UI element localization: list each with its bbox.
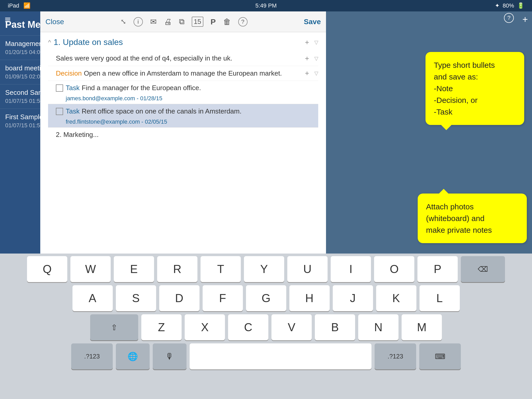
topic-actions: + ▽ <box>305 38 318 46</box>
key-s[interactable]: S <box>116 285 156 311</box>
bluetooth-icon: ✦ <box>495 2 500 9</box>
key-u[interactable]: U <box>287 256 328 282</box>
wifi-icon: 📶 <box>23 2 30 9</box>
status-time: 5:49 PM <box>255 2 277 9</box>
decision-label: Decision <box>56 69 82 77</box>
help-icon[interactable]: ? <box>504 13 514 23</box>
note-collapse-icon[interactable]: ▽ <box>314 55 318 62</box>
calendar-icon[interactable]: 15 <box>192 17 203 27</box>
tooltip-bullets: Type short bulletsand save as:-Note-Deci… <box>425 52 524 125</box>
key-y[interactable]: Y <box>244 256 284 282</box>
marketing-row: 2. Marketing... <box>48 128 318 140</box>
mail-icon[interactable]: ✉ <box>150 17 157 26</box>
toolbar-icons: ⤡ i ✉ 🖨 ⧉ 15 P 🗑 ? <box>73 17 295 27</box>
note-row-1: Sales were very good at the end of q4, e… <box>48 51 318 66</box>
task-assignee-2: fred.flintstone@example.com - 02/05/15 <box>48 117 318 127</box>
key-m[interactable]: M <box>402 314 442 340</box>
key-w[interactable]: W <box>70 256 111 282</box>
key-num2[interactable]: .?123 <box>375 343 416 369</box>
close-button[interactable]: Close <box>45 18 64 26</box>
key-mic[interactable]: 🎙 <box>153 343 187 369</box>
save-button[interactable]: Save <box>304 18 321 26</box>
key-i[interactable]: I <box>331 256 371 282</box>
key-p[interactable]: P <box>417 256 458 282</box>
chevron-icon: ^ <box>48 39 51 46</box>
topic-row: ^ 1. Update on sales + ▽ <box>48 37 318 47</box>
key-h[interactable]: H <box>289 285 330 311</box>
key-keyboard[interactable]: ⌨ <box>419 343 461 369</box>
keyboard-bottom-row: .?123 🌐 🎙 .?123 ⌨ <box>0 343 532 371</box>
key-g[interactable]: G <box>246 285 286 311</box>
key-num1[interactable]: .?123 <box>71 343 113 369</box>
key-b[interactable]: B <box>315 314 355 340</box>
topic-title: 1. Update on sales <box>54 37 123 47</box>
keyboard-row-1: Q W E R T Y U I O P ⌫ <box>3 256 529 282</box>
task-label-2: Task <box>66 107 79 115</box>
decision-text-1: Open a new office in Amsterdam to manage… <box>84 69 302 77</box>
decision-add-icon[interactable]: + <box>305 69 309 77</box>
key-d[interactable]: D <box>159 285 200 311</box>
key-backspace[interactable]: ⌫ <box>461 256 505 282</box>
info-icon[interactable]: i <box>134 17 143 26</box>
task-text-2: Rent office space on one of the canals i… <box>82 107 318 115</box>
keyboard-row-3: ⇧ Z X C V B N M <box>3 314 529 340</box>
topic-add-icon[interactable]: + <box>305 38 309 46</box>
print-icon[interactable]: 🖨 <box>164 17 172 26</box>
task-checkbox-2[interactable] <box>56 108 63 115</box>
compress-icon[interactable]: ⤡ <box>121 18 126 26</box>
key-globe[interactable]: 🌐 <box>116 343 150 369</box>
key-j[interactable]: J <box>333 285 373 311</box>
key-shift[interactable]: ⇧ <box>90 314 138 340</box>
decision-collapse-icon[interactable]: ▽ <box>314 70 318 76</box>
paragraph-icon[interactable]: P <box>211 17 216 26</box>
key-x[interactable]: X <box>185 314 225 340</box>
status-bar: iPad 📶 5:49 PM ✦ 80% 🔋 <box>0 0 532 11</box>
key-space[interactable] <box>190 343 371 369</box>
hamburger-icon[interactable]: ≡ <box>5 14 11 26</box>
trash-icon[interactable]: 🗑 <box>223 17 231 26</box>
topic-collapse-icon[interactable]: ▽ <box>314 39 318 45</box>
key-r[interactable]: R <box>157 256 197 282</box>
task-text-1: Find a manager for the European office. <box>82 84 318 92</box>
key-k[interactable]: K <box>376 285 416 311</box>
status-right: ✦ 80% 🔋 <box>495 2 524 9</box>
help-circle-icon[interactable]: ? <box>238 17 248 26</box>
key-l[interactable]: L <box>420 285 460 311</box>
task-checkbox-1[interactable] <box>56 84 63 92</box>
key-z[interactable]: Z <box>141 314 182 340</box>
keyboard: Q W E R T Y U I O P ⌫ A S D F G H J K L … <box>0 254 532 399</box>
key-t[interactable]: T <box>201 256 241 282</box>
task-assignee-1: james.bond@example.com - 01/28/15 <box>48 94 318 104</box>
key-n[interactable]: N <box>358 314 398 340</box>
decision-row-1: Decision Open a new office in Amsterdam … <box>48 66 318 81</box>
key-f[interactable]: F <box>203 285 243 311</box>
keyboard-row-2: A S D F G H J K L <box>3 285 529 311</box>
add-button[interactable]: + <box>522 14 528 25</box>
content-area: ^ 1. Update on sales + ▽ Sales were very… <box>40 32 326 145</box>
note-add-icon[interactable]: + <box>305 54 309 63</box>
ipad-label: iPad <box>8 2 19 9</box>
task-label-1: Task <box>66 84 79 92</box>
task-row-1: Task Find a manager for the European off… <box>48 81 318 104</box>
battery-percent: 80% <box>503 2 514 9</box>
key-a[interactable]: A <box>72 285 113 311</box>
key-v[interactable]: V <box>271 314 312 340</box>
tooltip-photos-text: Attach photos(whiteboard) andmake privat… <box>426 202 492 234</box>
status-left: iPad 📶 <box>8 2 30 9</box>
battery-icon: 🔋 <box>517 2 524 9</box>
key-e[interactable]: E <box>114 256 154 282</box>
key-o[interactable]: O <box>374 256 414 282</box>
task-row-2: Task Rent office space on one of the can… <box>48 104 318 128</box>
key-q[interactable]: Q <box>27 256 67 282</box>
copy-icon[interactable]: ⧉ <box>179 17 184 26</box>
note-text-1: Sales were very good at the end of q4, e… <box>56 54 302 62</box>
tooltip-photos: Attach photos(whiteboard) andmake privat… <box>418 194 527 243</box>
toolbar: Close ⤡ i ✉ 🖨 ⧉ 15 P 🗑 ? Save <box>40 11 326 32</box>
tooltip-bullets-text: Type short bulletsand save as:-Note-Deci… <box>434 61 495 116</box>
key-c[interactable]: C <box>228 314 268 340</box>
